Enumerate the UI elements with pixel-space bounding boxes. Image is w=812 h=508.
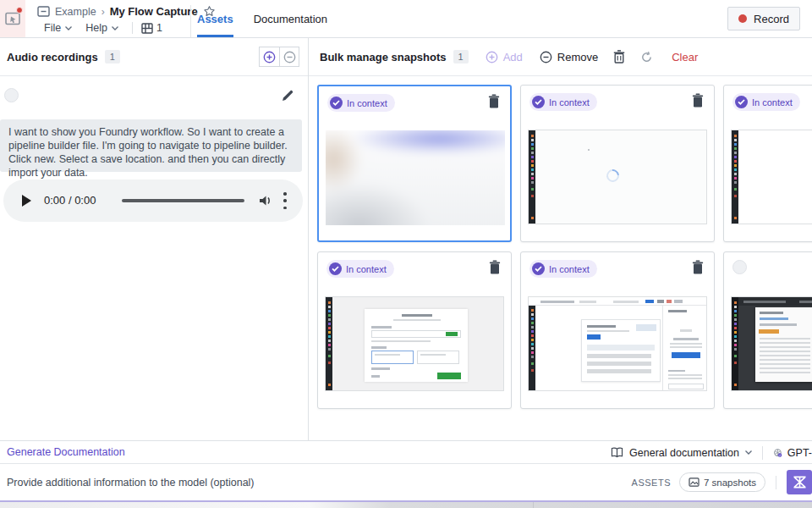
book-icon — [611, 447, 623, 458]
in-context-badge[interactable]: In context — [326, 260, 394, 278]
record-button[interactable]: Record — [727, 7, 800, 30]
aip-generate-button[interactable] — [787, 470, 812, 494]
audio-stepper — [259, 47, 299, 67]
bulk-manage-toolbar: Bulk manage snapshots 1 Add Remove — [309, 38, 812, 76]
chevron-down-icon — [112, 26, 118, 30]
menu-bar: File Help 1 — [39, 20, 162, 36]
pencil-icon — [281, 89, 294, 102]
in-context-badge[interactable]: In context — [529, 260, 597, 278]
trash-icon — [692, 93, 704, 108]
loading-spinner-graphic — [604, 167, 622, 185]
remove-recording-button[interactable] — [279, 47, 299, 67]
assets-label: ASSETS — [632, 478, 671, 488]
delete-snapshot-button[interactable] — [692, 260, 704, 274]
tab-documentation[interactable]: Documentation — [254, 0, 327, 37]
trash-icon — [489, 260, 501, 274]
tab-assets[interactable]: Assets — [197, 0, 233, 37]
refresh-icon — [640, 51, 653, 64]
breadcrumb-project[interactable]: Example — [55, 6, 96, 18]
help-menu[interactable]: Help — [80, 22, 123, 34]
snapshot-card[interactable]: In context — [520, 251, 715, 409]
snapshot-card[interactable]: In context — [520, 85, 715, 242]
snapshots-count-pill[interactable]: 7 snapshots — [679, 472, 765, 492]
remove-snapshots-button[interactable]: Remove — [540, 51, 598, 64]
seek-slider[interactable] — [122, 199, 244, 202]
compass-file-icon — [37, 6, 50, 17]
audio-recordings-panel: Audio recordings 1 I want to show — [0, 38, 309, 440]
app-recording-indicator[interactable] — [0, 0, 25, 37]
check-icon — [329, 262, 342, 275]
image-icon — [689, 478, 700, 487]
trash-icon — [692, 260, 704, 274]
breadcrumb-separator: › — [102, 6, 105, 18]
doc-type-select[interactable]: General documentation — [611, 447, 752, 459]
file-menu[interactable]: File — [39, 22, 77, 34]
bottom-edge-strip — [0, 500, 812, 508]
snapshot-grid: In context In context — [309, 76, 812, 440]
clear-button[interactable]: Clear — [672, 51, 698, 64]
branch-indicator[interactable]: 1 — [141, 22, 162, 34]
delete-snapshot-button[interactable] — [489, 260, 501, 274]
taskbar-graphic — [529, 130, 535, 224]
snapshot-checkbox[interactable] — [732, 260, 747, 274]
window-cursor-icon — [5, 12, 21, 26]
generate-documentation-link[interactable]: Generate Documentation — [7, 446, 125, 458]
snapshot-card[interactable] — [723, 251, 812, 409]
check-icon — [532, 262, 545, 275]
plus-circle-icon — [486, 51, 498, 64]
divider — [533, 502, 534, 508]
top-bar: Example › My Flow Capture File Help 1 — [0, 0, 812, 38]
delete-snapshot-button[interactable] — [488, 94, 500, 108]
transcript-text[interactable]: I want to show you Foundry workflow. So … — [0, 119, 302, 172]
snapshot-thumbnail — [326, 130, 505, 225]
edit-transcript-button[interactable] — [281, 89, 294, 102]
record-dot-icon — [738, 14, 747, 23]
snapshot-thumbnail — [731, 296, 812, 391]
check-icon — [532, 96, 545, 108]
delete-snapshot-button[interactable] — [692, 93, 704, 108]
snapshot-thumbnail — [325, 296, 504, 391]
volume-icon[interactable] — [257, 192, 274, 209]
audio-panel-title: Audio recordings — [7, 51, 98, 64]
in-context-badge[interactable]: In context — [732, 93, 800, 111]
add-recording-button[interactable] — [259, 47, 279, 67]
add-snapshots-button[interactable]: Add — [486, 51, 523, 64]
snapshot-card[interactable]: In context — [317, 85, 512, 242]
model-select[interactable]: GPT- — [773, 446, 812, 460]
snapshot-card[interactable]: In context — [723, 85, 812, 242]
trash-icon — [613, 50, 625, 64]
in-context-badge[interactable]: In context — [327, 94, 395, 112]
player-menu-icon[interactable] — [283, 192, 287, 209]
recording-dot — [16, 7, 23, 14]
recording-checkbox[interactable] — [4, 88, 19, 102]
divider — [190, 5, 191, 37]
gpt-model-icon — [773, 446, 782, 460]
divider — [776, 476, 776, 489]
audio-panel-header: Audio recordings 1 — [0, 38, 308, 76]
delete-selected-button[interactable] — [613, 50, 625, 64]
player-time: 0:00 / 0:00 — [44, 194, 96, 207]
play-icon[interactable] — [22, 195, 31, 207]
audio-player[interactable]: 0:00 / 0:00 — [3, 179, 303, 222]
generate-documentation-bar: Generate Documentation General documenta… — [0, 440, 812, 464]
check-icon — [330, 97, 343, 109]
in-context-badge[interactable]: In context — [529, 93, 597, 111]
plus-circle-icon — [263, 51, 276, 64]
branch-count: 1 — [156, 22, 162, 34]
refresh-button[interactable] — [640, 51, 653, 64]
snapshot-thumbnail — [528, 296, 707, 391]
divider — [132, 22, 133, 34]
additional-info-input[interactable] — [7, 477, 362, 489]
snapshot-thumbnail — [731, 130, 812, 224]
snapshot-card[interactable]: In context — [317, 251, 512, 409]
divider — [762, 446, 763, 460]
audio-count-badge: 1 — [105, 50, 120, 64]
branch-icon — [141, 23, 153, 34]
bulk-title: Bulk manage snapshots — [320, 51, 447, 64]
chevron-down-icon — [65, 26, 72, 30]
snapshots-panel: Bulk manage snapshots 1 Add Remove — [309, 38, 812, 440]
prompt-bar: ASSETS 7 snapshots — [0, 464, 812, 500]
page-title: My Flow Capture — [110, 5, 198, 18]
chevron-down-icon — [745, 450, 752, 455]
aip-logo-icon — [793, 476, 807, 489]
